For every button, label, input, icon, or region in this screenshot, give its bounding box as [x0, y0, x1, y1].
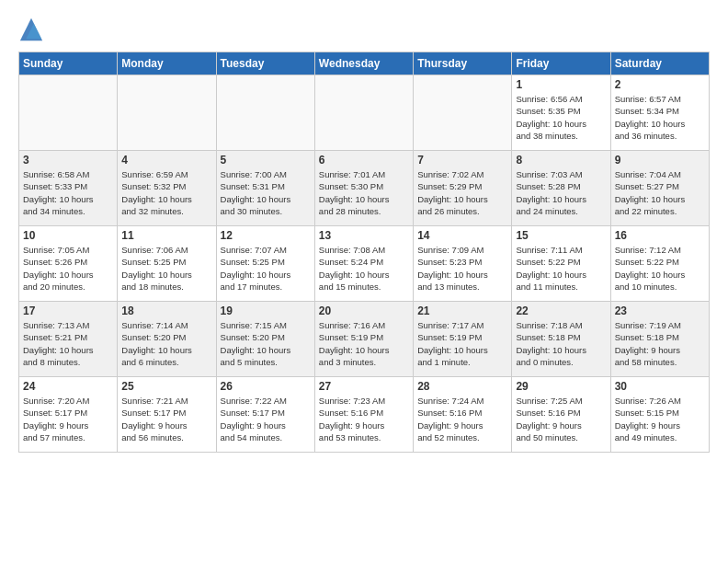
day-cell [216, 75, 314, 151]
day-number: 26 [221, 380, 311, 393]
day-number: 22 [516, 304, 606, 317]
day-info: Sunrise: 7:13 AM Sunset: 5:21 PM Dayligh… [23, 319, 113, 368]
day-info: Sunrise: 7:20 AM Sunset: 5:17 PM Dayligh… [23, 395, 113, 443]
day-info: Sunrise: 7:16 AM Sunset: 5:19 PM Dayligh… [319, 319, 409, 368]
day-number: 6 [319, 154, 409, 167]
header-cell-saturday: Saturday [610, 52, 709, 75]
day-cell: 12Sunrise: 7:07 AM Sunset: 5:25 PM Dayli… [216, 226, 314, 302]
day-number: 25 [121, 380, 211, 393]
day-info: Sunrise: 7:17 AM Sunset: 5:19 PM Dayligh… [417, 319, 507, 368]
day-cell: 22Sunrise: 7:18 AM Sunset: 5:18 PM Dayli… [512, 302, 610, 377]
day-number: 27 [319, 380, 409, 393]
day-cell: 25Sunrise: 7:21 AM Sunset: 5:17 PM Dayli… [118, 377, 216, 453]
day-number: 11 [121, 229, 211, 242]
day-cell: 20Sunrise: 7:16 AM Sunset: 5:19 PM Dayli… [314, 302, 413, 377]
day-cell: 28Sunrise: 7:24 AM Sunset: 5:16 PM Dayli… [414, 377, 512, 453]
day-info: Sunrise: 7:22 AM Sunset: 5:17 PM Dayligh… [221, 395, 311, 443]
header-row: SundayMondayTuesdayWednesdayThursdayFrid… [19, 52, 710, 75]
day-cell [118, 75, 216, 151]
day-number: 3 [23, 154, 113, 167]
day-number: 13 [319, 229, 409, 242]
day-number: 18 [121, 304, 211, 317]
day-cell: 11Sunrise: 7:06 AM Sunset: 5:25 PM Dayli… [118, 226, 216, 302]
day-info: Sunrise: 7:14 AM Sunset: 5:20 PM Dayligh… [121, 319, 211, 368]
page: SundayMondayTuesdayWednesdayThursdayFrid… [0, 0, 728, 462]
day-info: Sunrise: 6:58 AM Sunset: 5:33 PM Dayligh… [23, 168, 113, 217]
day-cell: 4Sunrise: 6:59 AM Sunset: 5:32 PM Daylig… [118, 151, 216, 226]
day-cell [19, 75, 118, 151]
day-number: 29 [516, 380, 606, 393]
day-info: Sunrise: 7:26 AM Sunset: 5:15 PM Dayligh… [615, 395, 705, 443]
day-number: 23 [615, 304, 705, 317]
logo-icon [18, 17, 44, 42]
day-info: Sunrise: 7:08 AM Sunset: 5:24 PM Dayligh… [319, 244, 409, 293]
day-cell: 3Sunrise: 6:58 AM Sunset: 5:33 PM Daylig… [19, 151, 118, 226]
day-number: 10 [23, 229, 113, 242]
day-cell: 15Sunrise: 7:11 AM Sunset: 5:22 PM Dayli… [512, 226, 610, 302]
day-info: Sunrise: 7:00 AM Sunset: 5:31 PM Dayligh… [221, 168, 311, 217]
calendar-table: SundayMondayTuesdayWednesdayThursdayFrid… [18, 52, 710, 453]
day-number: 5 [221, 154, 311, 167]
day-cell: 21Sunrise: 7:17 AM Sunset: 5:19 PM Dayli… [414, 302, 512, 377]
day-number: 16 [615, 229, 705, 242]
header-cell-sunday: Sunday [19, 52, 118, 75]
week-row-1: 1Sunrise: 6:56 AM Sunset: 5:35 PM Daylig… [19, 75, 710, 151]
day-info: Sunrise: 7:09 AM Sunset: 5:23 PM Dayligh… [417, 244, 507, 293]
day-number: 4 [121, 154, 211, 167]
day-info: Sunrise: 7:06 AM Sunset: 5:25 PM Dayligh… [121, 244, 211, 293]
header-cell-monday: Monday [118, 52, 216, 75]
day-cell: 10Sunrise: 7:05 AM Sunset: 5:26 PM Dayli… [19, 226, 118, 302]
header-cell-tuesday: Tuesday [216, 52, 314, 75]
day-cell: 17Sunrise: 7:13 AM Sunset: 5:21 PM Dayli… [19, 302, 118, 377]
day-cell: 1Sunrise: 6:56 AM Sunset: 5:35 PM Daylig… [512, 75, 610, 151]
day-info: Sunrise: 7:11 AM Sunset: 5:22 PM Dayligh… [516, 244, 606, 293]
day-number: 17 [23, 304, 113, 317]
day-number: 20 [319, 304, 409, 317]
calendar-header: SundayMondayTuesdayWednesdayThursdayFrid… [19, 52, 710, 75]
week-row-3: 10Sunrise: 7:05 AM Sunset: 5:26 PM Dayli… [19, 226, 710, 302]
day-cell: 16Sunrise: 7:12 AM Sunset: 5:22 PM Dayli… [610, 226, 709, 302]
day-number: 1 [516, 78, 606, 91]
week-row-2: 3Sunrise: 6:58 AM Sunset: 5:33 PM Daylig… [19, 151, 710, 226]
day-cell [414, 75, 512, 151]
header [18, 17, 710, 42]
day-cell [314, 75, 413, 151]
day-info: Sunrise: 7:18 AM Sunset: 5:18 PM Dayligh… [516, 319, 606, 368]
day-info: Sunrise: 7:19 AM Sunset: 5:18 PM Dayligh… [615, 319, 705, 368]
day-cell: 2Sunrise: 6:57 AM Sunset: 5:34 PM Daylig… [610, 75, 709, 151]
day-cell: 24Sunrise: 7:20 AM Sunset: 5:17 PM Dayli… [19, 377, 118, 453]
day-cell: 5Sunrise: 7:00 AM Sunset: 5:31 PM Daylig… [216, 151, 314, 226]
day-info: Sunrise: 6:59 AM Sunset: 5:32 PM Dayligh… [121, 168, 211, 217]
day-cell: 8Sunrise: 7:03 AM Sunset: 5:28 PM Daylig… [512, 151, 610, 226]
logo [18, 17, 48, 42]
day-number: 24 [23, 380, 113, 393]
day-cell: 19Sunrise: 7:15 AM Sunset: 5:20 PM Dayli… [216, 302, 314, 377]
header-cell-thursday: Thursday [414, 52, 512, 75]
day-number: 19 [221, 304, 311, 317]
day-info: Sunrise: 6:56 AM Sunset: 5:35 PM Dayligh… [516, 93, 606, 142]
day-number: 9 [615, 154, 705, 167]
week-row-5: 24Sunrise: 7:20 AM Sunset: 5:17 PM Dayli… [19, 377, 710, 453]
day-info: Sunrise: 7:01 AM Sunset: 5:30 PM Dayligh… [319, 168, 409, 217]
day-info: Sunrise: 7:21 AM Sunset: 5:17 PM Dayligh… [121, 395, 211, 443]
day-cell: 27Sunrise: 7:23 AM Sunset: 5:16 PM Dayli… [314, 377, 413, 453]
week-row-4: 17Sunrise: 7:13 AM Sunset: 5:21 PM Dayli… [19, 302, 710, 377]
day-cell: 26Sunrise: 7:22 AM Sunset: 5:17 PM Dayli… [216, 377, 314, 453]
day-info: Sunrise: 7:04 AM Sunset: 5:27 PM Dayligh… [615, 168, 705, 217]
day-number: 15 [516, 229, 606, 242]
day-number: 8 [516, 154, 606, 167]
day-cell: 30Sunrise: 7:26 AM Sunset: 5:15 PM Dayli… [610, 377, 709, 453]
day-cell: 23Sunrise: 7:19 AM Sunset: 5:18 PM Dayli… [610, 302, 709, 377]
header-cell-wednesday: Wednesday [314, 52, 413, 75]
day-number: 12 [221, 229, 311, 242]
day-number: 28 [417, 380, 507, 393]
day-cell: 7Sunrise: 7:02 AM Sunset: 5:29 PM Daylig… [414, 151, 512, 226]
header-cell-friday: Friday [512, 52, 610, 75]
day-info: Sunrise: 7:25 AM Sunset: 5:16 PM Dayligh… [516, 395, 606, 443]
day-info: Sunrise: 7:24 AM Sunset: 5:16 PM Dayligh… [417, 395, 507, 443]
day-number: 14 [417, 229, 507, 242]
day-cell: 18Sunrise: 7:14 AM Sunset: 5:20 PM Dayli… [118, 302, 216, 377]
day-info: Sunrise: 7:15 AM Sunset: 5:20 PM Dayligh… [221, 319, 311, 368]
day-info: Sunrise: 7:05 AM Sunset: 5:26 PM Dayligh… [23, 244, 113, 293]
day-info: Sunrise: 7:03 AM Sunset: 5:28 PM Dayligh… [516, 168, 606, 217]
